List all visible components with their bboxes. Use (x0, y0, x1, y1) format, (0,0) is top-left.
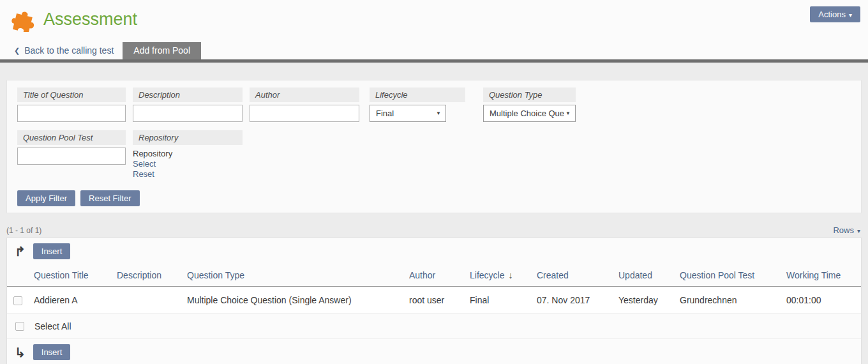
filter-author-label: Author (250, 87, 359, 102)
arrow-up-right-icon: ↱ (15, 245, 26, 258)
sort-descending-icon: ↓ (508, 270, 513, 280)
question-table: Question Title Description Question Type… (7, 264, 861, 314)
pagination-top: (1 - 1 of 1) (6, 226, 41, 235)
column-question-pool-test[interactable]: Question Pool Test (677, 264, 784, 287)
lifecycle-select-value: Final (376, 109, 394, 118)
filter-repository-label: Repository (133, 130, 243, 145)
caret-down-icon: ▾ (849, 11, 852, 19)
filter-row-1: Title of Question Description Author Lif… (17, 87, 851, 122)
filter-repository: Repository Repository Select Reset (133, 130, 243, 179)
insert-button-bottom[interactable]: Insert (33, 344, 71, 360)
filter-title-of-question-label: Title of Question (17, 87, 126, 102)
filter-lifecycle-label: Lifecycle (370, 87, 465, 102)
table-header-row: Question Title Description Question Type… (7, 264, 861, 287)
column-description[interactable]: Description (114, 264, 184, 287)
cell-question-pool-test: Grundrechnen (677, 287, 784, 314)
filter-question-pool-test: Question Pool Test (17, 130, 126, 179)
select-all-row: Select All (7, 314, 861, 338)
column-created[interactable]: Created (534, 264, 616, 287)
table-row: Addieren A Multiple Choice Question (Sin… (7, 287, 861, 314)
column-author[interactable]: Author (407, 264, 467, 287)
filter-question-type-label: Question Type (483, 87, 576, 102)
filter-question-type: Question Type Multiple Choice Que ▼ (483, 87, 576, 122)
question-table-container: ↱ Insert Question Title Description Ques… (6, 238, 862, 364)
cell-question-title: Addieren A (31, 287, 114, 314)
rows-dropdown-label: Rows (833, 225, 854, 235)
repository-select-link[interactable]: Select (133, 159, 243, 169)
tab-add-from-pool[interactable]: Add from Pool (123, 42, 201, 59)
description-input[interactable] (133, 105, 243, 122)
filter-lifecycle: Lifecycle Final ▼ (370, 87, 465, 122)
cell-author: root user (407, 287, 467, 314)
filter-author: Author (250, 87, 359, 122)
select-arrow-icon: ▼ (565, 110, 571, 116)
header-checkbox-spacer (7, 264, 31, 287)
repository-selection: Repository Select Reset (133, 149, 243, 179)
question-type-select[interactable]: Multiple Choice Que ▼ (483, 105, 576, 122)
actions-button-label: Actions (818, 10, 846, 19)
chevron-left-icon: ❮ (14, 47, 20, 55)
main-content: Title of Question Description Author Lif… (0, 63, 868, 364)
column-working-time[interactable]: Working Time (784, 264, 861, 287)
lifecycle-select[interactable]: Final ▼ (370, 105, 446, 122)
question-type-select-value: Multiple Choice Que (490, 109, 564, 118)
page-header: Assessment Actions▾ (0, 0, 868, 42)
back-link-label: Back to the calling test (24, 45, 114, 56)
cell-created: 07. Nov 2017 (534, 287, 616, 314)
filter-description-label: Description (133, 87, 243, 102)
cell-lifecycle: Final (467, 287, 534, 314)
filter-panel: Title of Question Description Author Lif… (6, 80, 862, 213)
column-lifecycle[interactable]: Lifecycle↓ (467, 264, 534, 287)
rows-dropdown[interactable]: Rows▾ (833, 225, 860, 235)
back-to-calling-test-link[interactable]: ❮ Back to the calling test (14, 42, 123, 59)
puzzle-piece-logo-icon (10, 6, 36, 32)
tab-bar: ❮ Back to the calling test Add from Pool (0, 42, 868, 63)
insert-command-row-bottom: ↳ Insert (7, 338, 861, 364)
question-pool-test-input[interactable] (17, 148, 126, 165)
caret-down-icon: ▾ (857, 227, 860, 234)
page-title: Assessment (43, 10, 137, 29)
cell-working-time: 00:01:00 (784, 287, 861, 314)
repository-selected-text: Repository (133, 149, 172, 158)
column-lifecycle-label: Lifecycle (470, 270, 504, 280)
select-arrow-icon: ▼ (436, 110, 441, 116)
table-meta-bar: (1 - 1 of 1) Rows▾ (6, 225, 862, 238)
select-all-label: Select All (34, 321, 71, 331)
filter-question-pool-test-label: Question Pool Test (17, 130, 126, 145)
title-of-question-input[interactable] (17, 105, 126, 122)
cell-question-type: Multiple Choice Question (Single Answer) (184, 287, 407, 314)
actions-button[interactable]: Actions▾ (810, 6, 860, 22)
insert-command-row-top: ↱ Insert (7, 238, 861, 264)
filter-buttons: Apply Filter Reset Filter (17, 190, 851, 206)
reset-filter-button[interactable]: Reset Filter (80, 190, 139, 206)
select-all-checkbox[interactable] (15, 322, 24, 331)
arrow-down-right-icon: ↳ (15, 346, 26, 359)
repository-reset-link[interactable]: Reset (133, 169, 243, 179)
insert-button-top[interactable]: Insert (33, 243, 71, 259)
row-checkbox[interactable] (13, 296, 22, 305)
filter-title-of-question: Title of Question (17, 87, 126, 122)
cell-description (114, 287, 184, 314)
column-question-type[interactable]: Question Type (184, 264, 407, 287)
filter-description: Description (133, 87, 243, 122)
apply-filter-button[interactable]: Apply Filter (17, 190, 75, 206)
filter-row-2: Question Pool Test Repository Repository… (17, 130, 851, 179)
cell-updated: Yesterday (616, 287, 677, 314)
author-input[interactable] (250, 105, 359, 122)
column-question-title[interactable]: Question Title (31, 264, 114, 287)
column-updated[interactable]: Updated (616, 264, 677, 287)
tab-add-from-pool-label: Add from Pool (133, 45, 190, 56)
header-title-group: Assessment (10, 6, 137, 32)
row-checkbox-cell (7, 287, 31, 314)
